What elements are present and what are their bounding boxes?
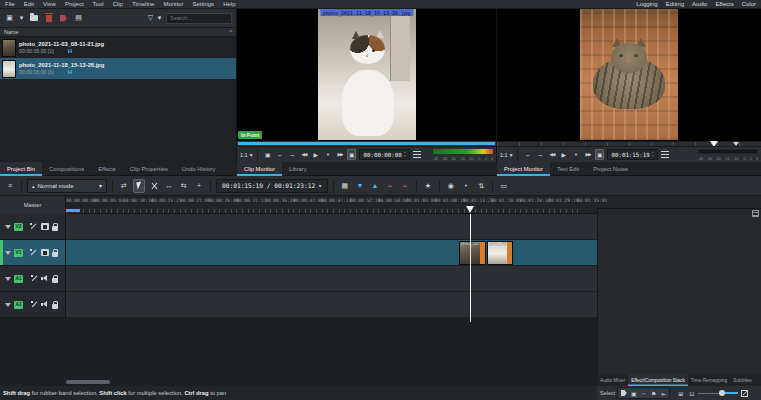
delete-button[interactable] <box>43 13 54 24</box>
tab-undo-history[interactable]: Undo History <box>175 162 223 176</box>
razor-tool-button[interactable] <box>148 179 160 193</box>
zone-mode-button[interactable]: ▣ <box>595 149 604 160</box>
bin-clip-item[interactable]: photo_2021-11-18_15-13-26.jpg 00:00:05:0… <box>0 58 236 79</box>
clip-monitor-screen[interactable]: photo_2021-11-18_15-13-26.jpg <box>237 9 496 141</box>
audio-track-icon[interactable] <box>41 275 49 283</box>
monitor-zoom-select[interactable]: 1:1 ▾ <box>240 152 252 158</box>
effects-icon[interactable] <box>30 222 38 231</box>
track-header-v1[interactable]: V1 <box>0 240 66 266</box>
chevron-down-icon[interactable] <box>5 251 11 255</box>
track-header-a2[interactable]: A2 <box>0 292 66 318</box>
play-options-chevron-icon[interactable]: ▾ <box>571 149 580 160</box>
tab-project-monitor[interactable]: Project Monitor <box>497 162 550 176</box>
chevron-down-icon[interactable] <box>5 277 11 281</box>
tab-effects[interactable]: Effects <box>91 162 123 176</box>
menu-project[interactable]: Project <box>65 1 84 7</box>
favorite-effects-button[interactable]: ★ <box>422 179 434 193</box>
spacer-tool-button[interactable]: ↔ <box>163 179 175 193</box>
add-clip-chevron-icon[interactable]: ▾ <box>19 13 24 24</box>
lock-icon[interactable] <box>52 252 58 257</box>
video-track-icon[interactable] <box>41 249 49 256</box>
overwrite-zone-button[interactable]: ▲ <box>369 179 381 193</box>
resize-button[interactable]: ↔ <box>639 388 648 398</box>
lock-icon[interactable] <box>52 226 58 231</box>
tab-compositions[interactable]: Compositions <box>42 162 91 176</box>
timeline-horizontal-scrollbar[interactable] <box>0 378 597 386</box>
monitor-timecode[interactable]: 00:00:00:00 ▴▾ <box>359 149 410 160</box>
scrollbar-thumb[interactable] <box>66 380 110 384</box>
save-effect-button[interactable]: ▣ <box>629 388 638 398</box>
lock-icon[interactable] <box>52 304 58 309</box>
audio-mixer-button[interactable]: ⇄ <box>474 180 488 192</box>
playhead-line[interactable] <box>470 214 471 322</box>
tab-clip-monitor[interactable]: Clip Monitor <box>237 162 282 176</box>
timecode-spinner[interactable]: ▴▾ <box>652 151 654 158</box>
multicam-tool-button[interactable]: + <box>193 179 205 193</box>
tab-project-bin[interactable]: Project Bin <box>0 162 42 176</box>
monitor-menu-button[interactable] <box>661 149 670 160</box>
tab-subtitles[interactable]: Subtitles <box>730 374 754 386</box>
chevron-down-icon[interactable] <box>5 225 11 229</box>
slip-tool-button[interactable]: ⇆ <box>178 179 190 193</box>
extract-zone-button[interactable]: •• <box>384 179 396 193</box>
zone-mode-button[interactable]: ▣ <box>347 149 356 160</box>
create-folder-button[interactable] <box>28 13 39 24</box>
zoom-box-button[interactable]: ⊡ <box>687 388 696 398</box>
set-in-point-button[interactable]: ⌐ <box>523 149 532 160</box>
timecode-spinner[interactable]: ▴▾ <box>404 151 406 158</box>
tab-text-edit[interactable]: Text Edit <box>550 162 586 176</box>
set-in-point-button[interactable]: ⌐ <box>275 149 284 160</box>
effects-icon[interactable] <box>30 274 38 283</box>
tab-effect-composition-stack[interactable]: Effect/Composition Stack <box>628 374 688 386</box>
workspace-logging[interactable]: Logging <box>636 1 657 7</box>
monitor-menu-button[interactable] <box>413 149 422 160</box>
project-monitor-screen[interactable] <box>497 9 761 141</box>
selection-tool-button[interactable] <box>133 179 145 193</box>
play-button[interactable]: ▶ <box>311 149 320 160</box>
rewind-button[interactable]: ◀◀ <box>547 149 556 160</box>
edit-mode-select[interactable]: ▴ Normal mode ▾ <box>27 179 107 193</box>
search-input[interactable] <box>166 13 232 24</box>
marker-button[interactable]: ⇤ <box>659 388 668 398</box>
track-lane-v2[interactable] <box>66 214 597 240</box>
workspace-effects[interactable]: Effects <box>715 1 733 7</box>
tag-button[interactable] <box>619 388 628 398</box>
play-button[interactable]: ▶ <box>559 149 568 160</box>
tab-project-notes[interactable]: Project Notes <box>586 162 635 176</box>
record-chevron-icon[interactable]: ▾ <box>460 179 472 193</box>
forward-button[interactable]: ▶▶ <box>583 149 592 160</box>
monitor-zoom-select[interactable]: 1:1 ▾ <box>500 152 512 158</box>
zone-start-button[interactable]: ▣ <box>263 149 272 160</box>
flag-button[interactable]: ⚑ <box>649 388 658 398</box>
playhead-icon[interactable] <box>466 206 474 213</box>
tab-time-remapping[interactable]: Time Remapping <box>688 374 730 386</box>
add-clip-button[interactable]: ▣ <box>4 13 15 24</box>
track-config-button[interactable]: ≡ <box>4 179 16 193</box>
bin-column-header[interactable]: Name ^ <box>0 28 236 37</box>
menu-settings[interactable]: Settings <box>192 1 214 7</box>
workspace-audio[interactable]: Audio <box>692 1 707 7</box>
mix-clips-button[interactable]: ⇄ <box>118 179 130 193</box>
monitor-timecode[interactable]: 00:01:15:19 ▴▾ <box>607 149 658 160</box>
zoom-slider-handle[interactable] <box>719 390 725 396</box>
menu-clip[interactable]: Clip <box>113 1 123 7</box>
workspace-color[interactable]: Color <box>742 1 756 7</box>
track-header-a1[interactable]: A1 <box>0 266 66 292</box>
tags-button[interactable] <box>58 13 69 24</box>
chevron-down-icon[interactable] <box>5 303 11 307</box>
effects-icon[interactable] <box>30 248 38 257</box>
expand-button[interactable] <box>740 388 749 398</box>
timeline-clip[interactable]: photo_2021 <box>459 241 486 265</box>
menu-edit[interactable]: Edit <box>24 1 34 7</box>
collapse-icon[interactable]: ^ <box>229 29 232 35</box>
tab-clip-properties[interactable]: Clip Properties <box>123 162 175 176</box>
timeline-clip[interactable]: photo_2021 <box>487 241 513 265</box>
menu-monitor[interactable]: Monitor <box>163 1 183 7</box>
video-track-icon[interactable] <box>41 223 49 230</box>
timeline-timecode-display[interactable]: 00:01:15:19 / 00:01:23:12 ▾ <box>216 179 328 193</box>
tab-library[interactable]: Library <box>282 162 314 176</box>
workspace-editing[interactable]: Editing <box>666 1 684 7</box>
track-lane-v1[interactable] <box>66 240 597 266</box>
master-track-button[interactable]: Master <box>0 196 66 214</box>
audio-track-icon[interactable] <box>41 301 49 309</box>
